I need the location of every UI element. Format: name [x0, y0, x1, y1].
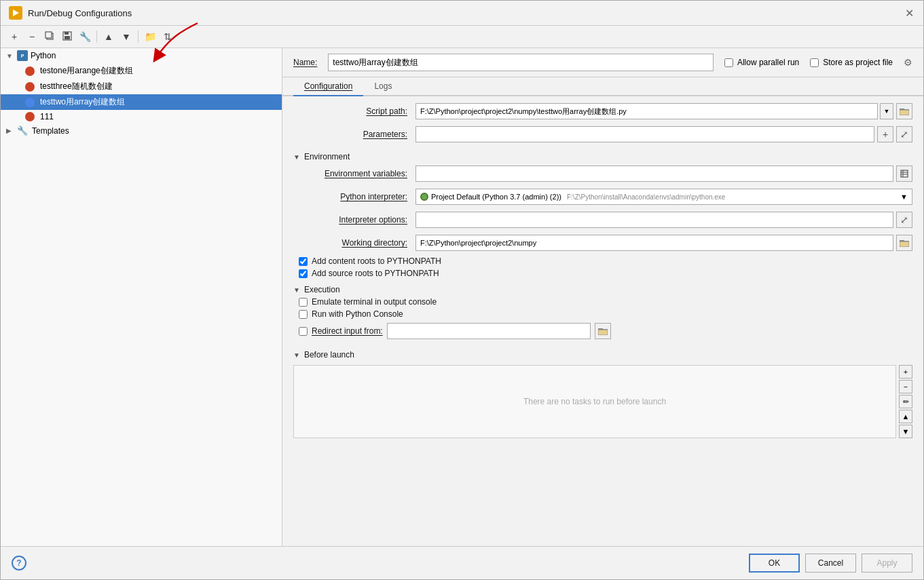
ok-button[interactable]: OK — [749, 554, 800, 573]
parallel-run-section: Allow parallel run — [724, 58, 799, 67]
parameters-add-btn[interactable]: + — [877, 126, 893, 142]
script-icon-testone — [25, 66, 35, 76]
tab-configuration[interactable]: Configuration — [293, 77, 363, 96]
folder-button[interactable]: 📁 — [142, 28, 158, 45]
parameters-input[interactable] — [415, 126, 874, 142]
env-vars-row: Environment variables: — [293, 164, 912, 183]
save-button[interactable] — [59, 28, 75, 45]
copy-button[interactable] — [41, 28, 58, 45]
header-bar: Name: Allow parallel run Store as projec… — [282, 48, 923, 77]
add-button[interactable]: + — [6, 28, 22, 45]
name-input[interactable] — [328, 54, 714, 71]
redirect-input-input[interactable] — [387, 323, 591, 339]
svg-rect-6 — [64, 32, 69, 35]
script-path-dropdown[interactable]: ▼ — [880, 103, 893, 119]
templates-expand-arrow: ▶ — [6, 127, 14, 134]
folder-icon: 📁 — [145, 31, 156, 42]
store-file-label: Store as project file — [823, 58, 893, 67]
tree-item-testthree[interactable]: testthree随机数创建 — [1, 79, 282, 94]
tree-item-testtwo[interactable]: testtwo用array创建数组 — [1, 94, 282, 110]
interp-options-input[interactable] — [415, 212, 893, 228]
interp-options-expand[interactable]: ⤢ — [896, 212, 912, 228]
run-python-console-checkbox[interactable] — [299, 310, 308, 319]
arrow-up-icon: ▲ — [104, 31, 113, 42]
script-path-browse[interactable] — [896, 103, 912, 119]
before-launch-empty-text: There are no tasks to run before launch — [523, 397, 666, 406]
redirect-input-browse[interactable] — [595, 323, 611, 339]
tab-logs[interactable]: Logs — [363, 77, 403, 96]
copy-icon — [45, 31, 54, 43]
add-content-roots-checkbox[interactable] — [299, 257, 308, 266]
python-interp-wrap: Project Default (Python 3.7 (admin) (2))… — [415, 189, 912, 205]
help-button[interactable]: ? — [12, 556, 26, 571]
before-launch-controls: + − ✏ ▲ ▼ — [899, 365, 912, 438]
script-path-label-text: Script path: — [366, 107, 407, 116]
tree-item-111[interactable]: 111 — [1, 110, 282, 123]
working-dir-browse[interactable] — [896, 235, 912, 251]
script-path-input[interactable] — [415, 103, 878, 119]
working-dir-label-text: Working directory: — [342, 238, 407, 248]
footer: ? OK Cancel Apply — [1, 546, 923, 579]
tree-item-testtwo-label: testtwo用array创建数组 — [37, 96, 125, 108]
before-launch-header[interactable]: ▼ Before launch — [293, 346, 912, 362]
cancel-button[interactable]: Cancel — [805, 554, 856, 573]
working-dir-wrap — [415, 235, 912, 251]
toolbar-sep2 — [138, 31, 138, 43]
before-launch-remove-btn[interactable]: − — [899, 380, 912, 393]
tree-templates-group[interactable]: ▶ 🔧 Templates — [1, 123, 282, 138]
parameters-label: Parameters: — [293, 130, 415, 139]
dialog-title: Run/Debug Configurations — [28, 8, 132, 18]
interpreter-dropdown-icon: ▼ — [900, 193, 908, 201]
python-interpreter-select[interactable]: Project Default (Python 3.7 (admin) (2))… — [415, 189, 912, 205]
python-icon: P — [17, 50, 28, 61]
tree-python-group[interactable]: ▼ P Python — [1, 48, 282, 63]
toolbar: + − 🔧 ▲ — [1, 26, 923, 48]
gear-icon[interactable]: ⚙ — [904, 57, 912, 68]
move-down-button[interactable]: ▼ — [118, 28, 134, 45]
working-dir-input[interactable] — [415, 235, 893, 251]
emulate-terminal-checkbox[interactable] — [299, 298, 308, 307]
run-debug-dialog: Run/Debug Configurations ✕ + − — [0, 0, 924, 580]
left-panel: ▼ P Python testone用arange创建数组 testthr — [1, 48, 282, 546]
redirect-input-checkbox[interactable] — [299, 327, 308, 336]
before-launch-add-btn[interactable]: + — [899, 365, 912, 379]
before-launch-title: Before launch — [304, 350, 354, 360]
sort-button[interactable]: ⇅ — [160, 28, 176, 45]
before-launch-down-btn[interactable]: ▼ — [899, 425, 912, 438]
run-python-console-row: Run with Python Console — [293, 309, 912, 319]
allow-parallel-label: Allow parallel run — [737, 58, 799, 67]
execution-arrow-icon: ▼ — [293, 286, 300, 294]
execution-section-title: Execution — [304, 285, 340, 294]
env-vars-input[interactable] — [415, 166, 893, 182]
execution-section-header[interactable]: ▼ Execution — [293, 281, 912, 297]
before-launch-edit-btn[interactable]: ✏ — [899, 395, 912, 408]
store-file-checkbox[interactable] — [810, 58, 819, 67]
close-button[interactable]: ✕ — [903, 7, 915, 19]
parameters-input-wrap: + ⤢ — [415, 126, 912, 142]
before-launch-up-btn[interactable]: ▲ — [899, 410, 912, 423]
run-python-console-label: Run with Python Console — [312, 309, 403, 319]
env-vars-browse[interactable] — [896, 166, 912, 182]
templates-wrench-icon: 🔧 — [17, 125, 28, 136]
before-launch-arrow-icon: ▼ — [293, 351, 300, 359]
allow-parallel-checkbox[interactable] — [724, 58, 733, 67]
add-source-roots-row: Add source roots to PYTHONPATH — [293, 269, 912, 278]
remove-button[interactable]: − — [24, 28, 40, 45]
parameters-expand-btn[interactable]: ⤢ — [896, 126, 912, 142]
right-panel: Name: Allow parallel run Store as projec… — [282, 48, 923, 546]
apply-button[interactable]: Apply — [862, 554, 912, 573]
add-source-roots-checkbox[interactable] — [299, 269, 308, 278]
toolbar-sep1 — [96, 31, 97, 43]
redirect-input-label: Redirect input from: — [312, 326, 383, 336]
wrench-button[interactable]: 🔧 — [77, 28, 93, 45]
move-up-button[interactable]: ▲ — [100, 28, 117, 45]
script-icon-testtwo — [25, 98, 35, 107]
wrench-icon: 🔧 — [79, 31, 91, 42]
add-content-roots-row: Add content roots to PYTHONPATH — [293, 256, 912, 266]
script-icon-testthree — [25, 82, 35, 92]
environment-section-header[interactable]: ▼ Environment — [293, 148, 912, 164]
python-group-label: Python — [31, 51, 56, 60]
remove-icon: − — [29, 31, 35, 42]
tree-item-testone[interactable]: testone用arange创建数组 — [1, 63, 282, 79]
working-dir-row: Working directory: — [293, 233, 912, 252]
